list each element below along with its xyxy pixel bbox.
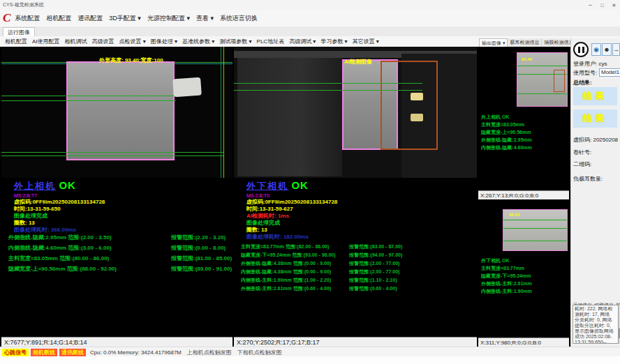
ribbon-spot-check[interactable]: 点检设置 ▾ (119, 38, 146, 45)
menu-view[interactable]: 查看 ▾ (196, 14, 214, 23)
process-done-text: 图像处理完成 (14, 213, 105, 220)
login-user-value: cys (598, 61, 607, 67)
upper-camera-trigger-link[interactable]: 上相机点检触发图 (187, 349, 232, 356)
minimize-icon[interactable]: ─ (584, 1, 596, 10)
ribbon-camera-config[interactable]: 相机配置 (5, 38, 27, 45)
ribbon-other-settings[interactable]: 其它设置 ▾ (353, 38, 379, 45)
barcode-text: 虚拟码:0FFIiim20250208133134728 (246, 199, 337, 206)
preview-line: 隐藏宽度-下=95.24mm (481, 272, 532, 280)
alarm-range: 报警范围:(89.00 - 91.00) (171, 265, 232, 273)
user-icon: ☻ (603, 46, 610, 53)
preview-top-image[interactable]: 93.40 (517, 52, 568, 107)
log-output-box[interactable]: 耗时: 222, 网络检测耗时: 17, 网络分类耗时: 0, 网络提取分区耗时… (573, 305, 619, 344)
machine-part (237, 58, 342, 176)
camera-icon: ◉ (593, 46, 599, 53)
menu-language-switch[interactable]: 系统语言切换 (220, 14, 258, 23)
ai-detect-box (381, 61, 438, 150)
menu-light-control-config[interactable]: 光源控制配置 ▾ (147, 14, 190, 23)
result-box-upper: 结果 (573, 87, 617, 105)
menu-comm-config[interactable]: 通讯配置 (78, 14, 103, 23)
alarm-range: 报警范围:(2.20 - 3.20) (171, 234, 226, 241)
preview-line: 外侧垂线-隐藏:2.95mm (481, 136, 532, 144)
measure-value: 内侧垂线-隐藏:4.38mm 范围:(0.00 - 9.00) (241, 269, 331, 274)
measure-line (234, 83, 422, 84)
sub-info: MS:2;B:T7 (14, 192, 105, 199)
camera-capture-button[interactable]: ◉ (591, 43, 601, 56)
login-user-label: 登录用户: (573, 61, 597, 67)
tab-strip: 运行图像 (0, 26, 620, 37)
title-bar: CYS-视觉检测系统 ─ □ ✕ (0, 0, 620, 10)
upper-camera-image[interactable]: 外形高度: 93.40;宽度:100 (1, 47, 232, 178)
lower-camera-image[interactable]: AI检测图像 (234, 47, 477, 178)
lower-camera-trigger-link[interactable]: 下相机点检触发图 (237, 349, 282, 356)
preview-line: 主料宽度=83.77mm (481, 264, 532, 272)
pause-button[interactable] (573, 42, 589, 57)
preview-top-text: 外上相机 OK 主料宽度=83.05mm 隐藏宽度-上=90.56mm 外侧垂线… (481, 113, 532, 151)
negative-tab-count-label: 负极耳数量: (573, 175, 603, 183)
measurement-row: 主料宽度=83.05mm 范围:(80.00 - 86.00) 报警范围:(81… (8, 255, 239, 262)
measurement-row: 隐藏宽度-下=95.24mm 范围:(93.00 - 98.00) 报警范围:(… (241, 252, 484, 259)
preview-line: 内侧垂线-隐藏:4.60mm (481, 144, 532, 151)
ribbon-ai-use-config[interactable]: AI使用配置 (32, 38, 60, 45)
measure-value: 内侧垂线-主料:1.90mm 范围:(1.00 - 2.20) (241, 278, 331, 282)
bottom-strip (0, 356, 620, 364)
measure-line (234, 90, 422, 91)
ribbon-advanced-debug[interactable]: 高级调试 ▾ (289, 38, 316, 45)
maximize-icon[interactable]: □ (596, 1, 608, 10)
window-controls: ─ □ ✕ (584, 1, 620, 10)
image-overlay-label: 外形高度: 93.40;宽度:100 (99, 56, 163, 64)
turn-count-text: 圈数: 13 (246, 227, 337, 234)
user-button[interactable]: ☻ (602, 43, 612, 56)
alarm-range: 报警范围:(83.00 - 87.00) (349, 243, 402, 250)
ribbon-learning-params[interactable]: 学习参数 ▾ (320, 38, 347, 45)
status-ok: OK (59, 179, 76, 191)
login-user-row: 登录用户: cys (573, 60, 607, 68)
cursor-coords-preview-bottom: X:311;Y:980;R:0;G:0;B:0 (478, 338, 569, 347)
ribbon-camera-debug[interactable]: 相机调试 (65, 38, 87, 45)
menu-bar: C 系统配置 相机配置 通讯配置 3D手配置 ▾ 光源控制配置 ▾ 查看 ▾ 系… (0, 10, 620, 27)
comm-offline-badge: 通讯断线 (59, 349, 86, 356)
cpu-memory-text: Cpu: 0.0% Memory: 3424.4179687M (90, 349, 182, 356)
measurement-row: 内侧垂线-隐藏:4.60mm 范围:(3.00 - 6.00) 报警范围:(0.… (8, 244, 239, 252)
sub-info: MS:2;B:T0 (246, 192, 337, 199)
exit-button[interactable]: → (612, 43, 620, 56)
alarm-range: 报警范围:(0.00 - 8.00) (171, 244, 226, 252)
menu-3d-hand-config[interactable]: 3D手配置 ▾ (109, 14, 141, 23)
lower-camera-result-block: 外下相机 OK MS:2;B:T0 虚拟码:0FFIiim20250208133… (246, 179, 337, 241)
camera-title: 外上相机 (14, 181, 56, 191)
exit-icon: → (613, 46, 619, 53)
menu-system-config[interactable]: 系统配置 (15, 14, 40, 23)
status-ok: OK (291, 179, 309, 191)
measurement-row: 外侧垂线-隐藏:2.95mm 范围:(2.00 - 3.50) 报警范围:(2.… (8, 234, 239, 241)
camera-title: 外下相机 (246, 181, 288, 191)
highlight-glint (411, 114, 423, 121)
measure-value: 主料宽度=83.05mm 范围:(80.00 - 86.00) (8, 255, 109, 261)
status-bar: 心跳信号 相机断线 通讯断线 Cpu: 0.0% Memory: 3424.41… (0, 347, 620, 357)
time-text: 时间:13-31-59-650 (14, 206, 105, 213)
ribbon-advanced-settings[interactable]: 高级设置 (92, 38, 115, 45)
upper-camera-panel: 外形高度: 93.40;宽度:100 外上相机 OK MS:2;B:T7 虚拟码… (1, 47, 232, 347)
measurement-row: 内侧垂线-隐藏:4.38mm 范围:(0.00 - 9.00) 报警范围:(2.… (241, 268, 484, 275)
ribbon-plc-address[interactable]: PLC地址表 (257, 38, 285, 45)
ribbon-test-params[interactable]: 测试项参数 ▾ (219, 38, 251, 45)
alarm-range: 报警范围:(2.00 - 77.00) (349, 260, 399, 267)
alarm-range: 报警范围:(0.60 - 4.00) (349, 285, 397, 292)
tab-run-image[interactable]: 运行图像 (3, 27, 35, 37)
app-logo-icon: C (3, 11, 10, 25)
ribbon-image-processing[interactable]: 图像处理 ▾ (151, 38, 177, 45)
alarm-range: 报警范围:(2.00 - 77.00) (349, 268, 399, 275)
measure-line (1, 156, 223, 156)
cell-outline (66, 61, 175, 160)
close-icon[interactable]: ✕ (608, 1, 620, 10)
model-label: 使用型号: (573, 69, 597, 77)
ribbon-baseline-params[interactable]: 基准线参数 ▾ (182, 38, 214, 45)
measure-value: 隐藏宽度-上=90.56mm 范围:(88.00 - 92.00) (8, 266, 117, 272)
menu-camera-config[interactable]: 相机配置 (46, 14, 71, 23)
preview-bottom-image[interactable]: 95.24 (503, 209, 568, 251)
cursor-coords-upper: X:7677;Y:891;R:14;G:14;B:14 (1, 337, 232, 347)
measure-line (1, 100, 176, 101)
measure-line (1, 152, 223, 153)
result-box-lower: 结果 (573, 109, 617, 128)
measurement-row: 内侧垂线-主料:1.90mm 范围:(1.00 - 2.20) 报警范围:(1.… (241, 277, 484, 284)
model-value-field[interactable]: Model1 (599, 68, 620, 77)
